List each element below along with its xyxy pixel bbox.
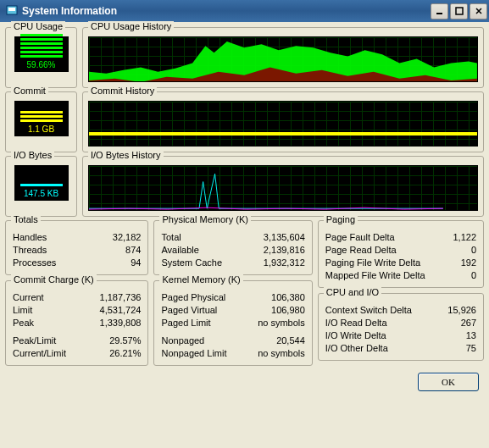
handles-value: 32,182 [113, 231, 142, 244]
processes-value: 94 [131, 257, 141, 269]
commit-gauge: Commit 1.1 GB [5, 91, 77, 152]
svg-rect-2 [436, 13, 442, 14]
ok-button[interactable]: OK [418, 373, 479, 391]
pm-cache-label: System Cache [161, 257, 222, 269]
pg-prd-label: Page Read Delta [325, 244, 397, 257]
ci-csd-label: Context Switch Delta [325, 304, 412, 317]
cc-current-label: Current [13, 291, 44, 304]
totals-title: Totals [11, 214, 41, 224]
ci-csd-value: 15,926 [447, 304, 476, 317]
cc-peak-value: 1,339,808 [100, 317, 142, 329]
ci-iod-value: 75 [466, 342, 476, 355]
pm-avail-value: 2,139,816 [264, 244, 305, 257]
svg-rect-3 [456, 8, 463, 14]
cc-limit-value: 4,531,724 [100, 304, 142, 317]
io-label: I/O Bytes [11, 150, 54, 160]
km-pl-value: no symbols [258, 317, 305, 329]
io-history-box: I/O Bytes History [82, 156, 484, 217]
pg-pfd-label: Page Fault Delta [325, 231, 395, 244]
paging-group: Paging Page Fault Delta1,122 Page Read D… [318, 220, 484, 288]
cpuio-title: CPU and I/O [324, 287, 381, 297]
km-npl-value: no symbols [258, 347, 305, 360]
commit-charge-title: Commit Charge (K) [11, 274, 97, 285]
commit-charge-group: Commit Charge (K) Current1,187,736 Limit… [5, 280, 148, 366]
paging-title: Paging [324, 214, 358, 224]
app-icon [5, 4, 19, 18]
km-np-label: Nonpaged [161, 335, 204, 347]
ci-iwd-value: 13 [466, 329, 476, 342]
pg-pfwd-value: 192 [461, 257, 476, 269]
ci-iod-label: I/O Other Delta [325, 342, 388, 355]
pm-avail-label: Available [161, 244, 198, 257]
maximize-button[interactable] [450, 3, 468, 19]
commit-value: 1.1 GB [28, 124, 54, 134]
km-pp-label: Paged Physical [161, 291, 225, 304]
io-history-label: I/O Bytes History [88, 150, 164, 160]
minimize-button[interactable] [431, 3, 448, 19]
km-pv-value: 106,980 [271, 304, 305, 317]
pm-cache-value: 1,932,312 [264, 257, 305, 269]
km-pp-value: 106,380 [271, 291, 305, 304]
totals-group: Totals Handles32,182 Threads874 Processe… [5, 220, 148, 275]
cpu-usage-value: 59.66% [27, 60, 56, 69]
close-button[interactable] [470, 3, 487, 19]
cc-currentlimit-value: 26.21% [109, 347, 141, 360]
km-pv-label: Paged Virtual [161, 304, 217, 317]
pg-mfwd-value: 0 [471, 269, 476, 282]
pm-total-label: Total [161, 231, 181, 244]
cc-currentlimit-label: Current/Limit [13, 347, 66, 360]
pg-pfd-value: 1,122 [453, 231, 476, 244]
kernel-title: Kernel Memory (K) [159, 274, 242, 285]
titlebar[interactable]: System Information [0, 0, 489, 22]
physmem-title: Physical Memory (K) [159, 214, 250, 224]
cc-peaklimit-label: Peak/Limit [13, 335, 56, 347]
cpu-history-label: CPU Usage History [88, 21, 174, 31]
km-npl-label: Nonpaged Limit [161, 347, 226, 360]
km-pl-label: Paged Limit [161, 317, 210, 329]
cc-current-value: 1,187,736 [100, 291, 142, 304]
handles-label: Handles [13, 231, 47, 244]
threads-label: Threads [13, 244, 47, 257]
cc-peaklimit-value: 29.57% [109, 335, 141, 347]
pm-total-value: 3,135,604 [264, 231, 305, 244]
svg-rect-1 [8, 8, 15, 11]
cpu-usage-label: CPU Usage [11, 21, 65, 31]
commit-history-label: Commit History [88, 86, 157, 96]
ci-ird-label: I/O Read Delta [325, 317, 387, 329]
pg-mfwd-label: Mapped File Write Delta [325, 269, 425, 282]
physical-memory-group: Physical Memory (K) Total3,135,604 Avail… [153, 220, 312, 275]
ci-ird-value: 267 [461, 317, 476, 329]
ci-iwd-label: I/O Write Delta [325, 329, 386, 342]
threads-value: 874 [125, 244, 141, 257]
cc-peak-label: Peak [13, 317, 34, 329]
pg-pfwd-label: Paging File Write Delta [325, 257, 420, 269]
cpu-history-box: CPU Usage History [82, 27, 484, 88]
pg-prd-value: 0 [471, 244, 476, 257]
cpu-usage-gauge: CPU Usage 59.66% [5, 27, 77, 88]
commit-history-box: Commit History [82, 91, 484, 152]
km-np-value: 20,544 [276, 335, 305, 347]
cpu-io-group: CPU and I/O Context Switch Delta15,926 I… [318, 293, 484, 361]
io-gauge: I/O Bytes 147.5 KB [5, 156, 77, 217]
processes-label: Processes [13, 257, 56, 269]
window-title: System Information [22, 5, 431, 17]
commit-label: Commit [11, 86, 48, 96]
io-value: 147.5 KB [24, 189, 58, 198]
cc-limit-label: Limit [13, 304, 32, 317]
kernel-memory-group: Kernel Memory (K) Paged Physical106,380 … [153, 280, 312, 366]
